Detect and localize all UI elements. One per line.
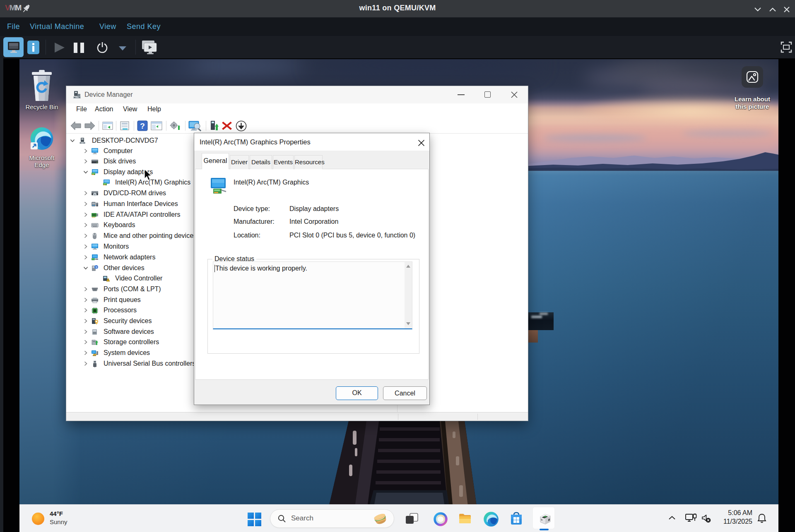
svg-text:?: ? [95, 266, 97, 269]
svg-text:?: ? [140, 122, 145, 130]
